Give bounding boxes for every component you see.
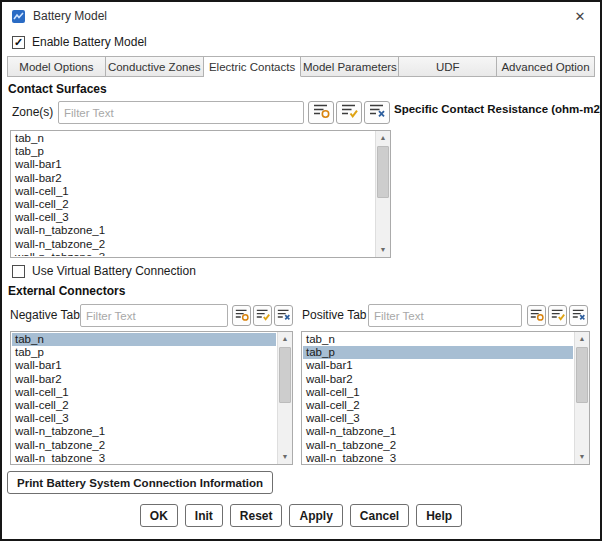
tab-model-parameters[interactable]: Model Parameters bbox=[301, 56, 399, 77]
list-item[interactable]: tab_p bbox=[303, 346, 573, 359]
zones-scrollbar[interactable] bbox=[375, 131, 390, 257]
negative-tab-list[interactable]: tab_ntab_pwall-bar1wall-bar2wall-cell_1w… bbox=[10, 331, 293, 465]
virtual-connection-checkbox[interactable] bbox=[12, 265, 25, 278]
negative-list-scrollbar[interactable] bbox=[277, 332, 292, 464]
select-all-check-icon bbox=[341, 103, 358, 122]
tab-advanced-option[interactable]: Advanced Option bbox=[497, 56, 595, 77]
list-item[interactable]: wall-n_tabzone_2 bbox=[303, 439, 573, 452]
zones-filter-input[interactable] bbox=[58, 101, 304, 124]
positive-tab-filter-input[interactable] bbox=[368, 304, 522, 327]
list-item[interactable]: wall-cell_3 bbox=[12, 412, 276, 425]
list-item[interactable]: wall-n_tabzone_3 bbox=[303, 452, 573, 463]
select-all-check-icon bbox=[551, 307, 565, 325]
scroll-thumb[interactable] bbox=[576, 347, 588, 403]
list-item[interactable]: wall-n_tabzone_1 bbox=[12, 425, 276, 438]
filter-options-icon bbox=[235, 307, 249, 325]
positive-list-scrollbar[interactable] bbox=[574, 332, 589, 464]
zones-filter-options-button[interactable] bbox=[308, 101, 334, 124]
select-all-check-icon bbox=[256, 307, 270, 325]
zones-list[interactable]: tab_ntab_pwall-bar1wall-bar2wall-cell_1w… bbox=[10, 130, 391, 258]
cancel-button[interactable]: Cancel bbox=[350, 504, 409, 527]
list-item[interactable]: wall-bar2 bbox=[12, 172, 374, 185]
init-button[interactable]: Init bbox=[185, 504, 223, 527]
list-item[interactable]: wall-n_tabzone_1 bbox=[303, 425, 573, 438]
list-item[interactable]: tab_n bbox=[12, 132, 374, 145]
close-icon[interactable]: ✕ bbox=[569, 9, 591, 24]
zones-select-all-button[interactable] bbox=[336, 101, 362, 124]
list-item[interactable]: tab_p bbox=[12, 145, 374, 158]
list-item[interactable]: wall-bar2 bbox=[12, 373, 276, 386]
external-connectors-heading: External Connectors bbox=[8, 284, 125, 298]
tab-conductive-zones[interactable]: Conductive Zones bbox=[106, 56, 204, 77]
list-item[interactable]: wall-cell_1 bbox=[303, 386, 573, 399]
negative-tab-filter-input[interactable] bbox=[80, 304, 228, 327]
deselect-all-x-icon bbox=[572, 307, 586, 325]
list-item[interactable]: tab_p bbox=[12, 346, 276, 359]
scroll-thumb[interactable] bbox=[377, 146, 389, 198]
tab-bar: Model Options Conductive Zones Electric … bbox=[7, 56, 595, 77]
filter-options-icon bbox=[530, 307, 544, 325]
list-item[interactable]: wall-cell_3 bbox=[303, 412, 573, 425]
scroll-up-icon[interactable] bbox=[575, 332, 589, 346]
list-item[interactable]: wall-n_tabzone_2 bbox=[12, 238, 374, 251]
list-item[interactable]: wall-n_tabzone_2 bbox=[12, 439, 276, 452]
specific-contact-resistance-heading: Specific Contact Resistance (ohm-m2) bbox=[394, 103, 602, 115]
deselect-all-x-icon bbox=[369, 103, 386, 122]
window-title: Battery Model bbox=[33, 9, 107, 23]
app-icon bbox=[11, 9, 26, 24]
scroll-up-icon[interactable] bbox=[376, 131, 390, 145]
negative-deselect-all-button[interactable] bbox=[274, 305, 293, 326]
zones-label: Zone(s) bbox=[12, 105, 53, 119]
tab-model-options[interactable]: Model Options bbox=[7, 56, 106, 77]
titlebar: Battery Model ✕ bbox=[2, 2, 600, 30]
list-item[interactable]: wall-cell_2 bbox=[12, 198, 374, 211]
positive-deselect-all-button[interactable] bbox=[569, 305, 588, 326]
footer-button-row: OK Init Reset Apply Cancel Help bbox=[2, 504, 600, 527]
virtual-connection-label: Use Virtual Battery Connection bbox=[32, 264, 196, 278]
filter-options-icon bbox=[313, 103, 330, 122]
help-button[interactable]: Help bbox=[416, 504, 462, 527]
zones-deselect-all-button[interactable] bbox=[364, 101, 390, 124]
positive-tab-label: Positive Tab bbox=[302, 308, 366, 322]
list-item[interactable]: wall-cell_3 bbox=[12, 211, 374, 224]
positive-tab-list[interactable]: tab_ntab_pwall-bar1wall-bar2wall-cell_1w… bbox=[301, 331, 590, 465]
tab-udf[interactable]: UDF bbox=[399, 56, 497, 77]
tab-electric-contacts[interactable]: Electric Contacts bbox=[204, 56, 302, 77]
positive-select-all-button[interactable] bbox=[548, 305, 567, 326]
list-item[interactable]: wall-n_tabzone_3 bbox=[12, 452, 276, 463]
enable-battery-label: Enable Battery Model bbox=[32, 35, 147, 49]
list-item[interactable]: wall-cell_1 bbox=[12, 386, 276, 399]
print-connection-info-button[interactable]: Print Battery System Connection Informat… bbox=[7, 471, 273, 494]
list-item[interactable]: wall-n_tabzone_1 bbox=[12, 224, 374, 237]
scroll-up-icon[interactable] bbox=[278, 332, 292, 346]
list-item[interactable]: wall-cell_2 bbox=[12, 399, 276, 412]
negative-select-all-button[interactable] bbox=[253, 305, 272, 326]
positive-filter-options-button[interactable] bbox=[527, 305, 546, 326]
reset-button[interactable]: Reset bbox=[230, 504, 283, 527]
list-item[interactable]: wall-bar2 bbox=[303, 373, 573, 386]
battery-model-dialog: Battery Model ✕ ✓ Enable Battery Model M… bbox=[0, 0, 602, 541]
virtual-connection-row: Use Virtual Battery Connection bbox=[12, 264, 196, 278]
enable-battery-checkbox[interactable]: ✓ bbox=[12, 36, 25, 49]
list-item[interactable]: tab_n bbox=[303, 333, 573, 346]
list-item[interactable]: wall-bar1 bbox=[12, 359, 276, 372]
negative-tab-label: Negative Tab bbox=[10, 308, 80, 322]
list-item[interactable]: wall-n_tabzone_3 bbox=[12, 251, 374, 256]
list-item[interactable]: wall-bar1 bbox=[12, 158, 374, 171]
list-item[interactable]: tab_n bbox=[12, 333, 276, 346]
ok-button[interactable]: OK bbox=[140, 504, 178, 527]
list-item[interactable]: wall-bar1 bbox=[303, 359, 573, 372]
list-item[interactable]: wall-cell_1 bbox=[12, 185, 374, 198]
negative-filter-options-button[interactable] bbox=[232, 305, 251, 326]
list-item[interactable]: wall-cell_2 bbox=[303, 399, 573, 412]
enable-battery-row: ✓ Enable Battery Model bbox=[12, 35, 147, 49]
deselect-all-x-icon bbox=[277, 307, 291, 325]
scroll-thumb[interactable] bbox=[279, 347, 291, 403]
contact-surfaces-heading: Contact Surfaces bbox=[8, 82, 107, 96]
apply-button[interactable]: Apply bbox=[289, 504, 342, 527]
